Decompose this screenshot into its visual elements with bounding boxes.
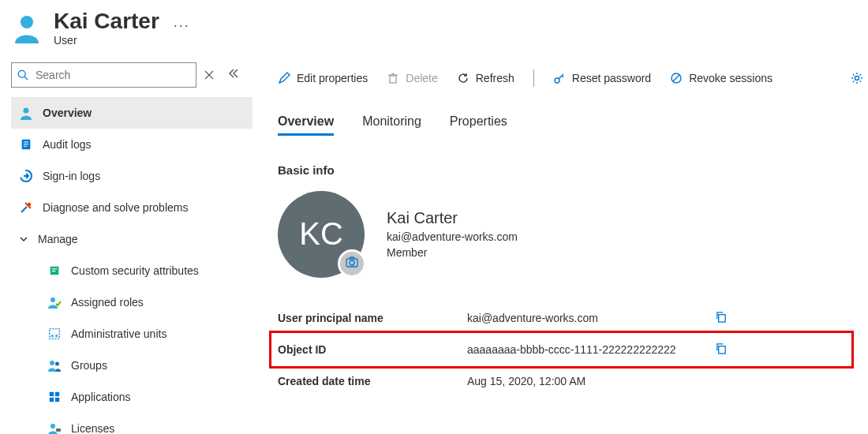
sidebar-item-applications[interactable]: Applications	[11, 381, 253, 413]
tab-properties[interactable]: Properties	[450, 114, 507, 136]
more-actions-button[interactable]: ···	[174, 17, 190, 34]
sidebar-item-label: Assigned roles	[71, 296, 144, 309]
svg-rect-46	[719, 314, 725, 321]
svg-rect-14	[52, 271, 55, 271]
person-badge-icon	[47, 421, 62, 434]
svg-rect-8	[24, 144, 28, 144]
svg-rect-7	[24, 141, 28, 142]
change-photo-button[interactable]	[338, 249, 366, 278]
sidebar-group-manage[interactable]: Manage	[11, 223, 253, 255]
sidebar-item-overview[interactable]: Overview	[11, 97, 253, 129]
svg-point-35	[855, 76, 859, 80]
sidebar-item-label: Diagnose and solve problems	[43, 201, 188, 214]
profile-email: kai@adventure-works.com	[387, 230, 518, 243]
search-icon	[17, 69, 28, 80]
tools-icon	[19, 200, 33, 215]
badge-icon	[47, 264, 62, 278]
svg-point-30	[555, 78, 559, 83]
field-label: Created date time	[278, 375, 467, 387]
tool-label: Reset password	[572, 72, 651, 84]
svg-point-20	[55, 361, 59, 365]
field-value: aaaaaaaa-bbbb-cccc-1111-222222222222	[467, 343, 704, 356]
svg-rect-13	[52, 268, 57, 269]
svg-point-1	[18, 70, 25, 77]
svg-rect-26	[56, 428, 61, 432]
field-label: Object ID	[278, 343, 467, 356]
sidebar: Overview Audit logs Sign-in logs	[0, 62, 253, 434]
tab-overview[interactable]: Overview	[278, 114, 334, 136]
svg-rect-9	[24, 146, 27, 147]
svg-point-15	[51, 297, 55, 302]
signin-icon	[19, 169, 33, 183]
revoke-sessions-button[interactable]: Revoke sessions	[670, 72, 773, 84]
grid-icon	[47, 327, 62, 341]
sidebar-item-label: Groups	[71, 359, 107, 372]
tool-label: Delete	[406, 72, 437, 84]
person-icon	[11, 12, 43, 43]
delete-button: Delete	[387, 72, 437, 84]
sidebar-item-audit-logs[interactable]: Audit logs	[11, 129, 253, 160]
settings-button[interactable]	[851, 72, 863, 84]
sidebar-item-licenses[interactable]: Licenses	[11, 413, 253, 434]
svg-line-42	[853, 80, 854, 81]
svg-point-0	[21, 16, 33, 28]
svg-point-19	[50, 361, 54, 365]
search-input[interactable]	[11, 62, 196, 88]
svg-rect-24	[55, 398, 59, 402]
svg-line-34	[673, 75, 679, 81]
svg-point-25	[51, 424, 55, 428]
page-header: Kai Carter User ···	[0, 0, 868, 48]
sidebar-item-label: Custom security attributes	[71, 264, 199, 277]
svg-point-11	[28, 203, 31, 206]
sidebar-item-diagnose[interactable]: Diagnose and solve problems	[11, 192, 253, 223]
sidebar-item-label: Licenses	[71, 422, 114, 434]
profile-display-name: Kai Carter	[387, 209, 518, 227]
sidebar-item-label: Sign-in logs	[43, 170, 100, 182]
sidebar-item-groups[interactable]: Groups	[11, 350, 253, 381]
tool-label: Edit properties	[297, 72, 368, 84]
svg-rect-21	[50, 392, 54, 396]
field-label: User principal name	[278, 312, 467, 324]
tab-strip: Overview Monitoring Properties	[278, 114, 868, 137]
svg-rect-22	[55, 392, 59, 396]
sidebar-item-label: Overview	[43, 107, 92, 119]
avatar: KC	[278, 191, 365, 278]
svg-rect-16	[50, 329, 59, 339]
edit-properties-button[interactable]: Edit properties	[278, 72, 368, 84]
gear-icon	[851, 72, 863, 84]
tab-monitoring[interactable]: Monitoring	[362, 114, 421, 136]
basic-info-section-title: Basic info	[278, 163, 868, 177]
chevron-down-icon	[19, 234, 28, 244]
sidebar-item-label: Administrative units	[71, 327, 166, 340]
trash-icon	[387, 72, 399, 84]
copy-icon	[715, 344, 727, 357]
sidebar-item-custom-security[interactable]: Custom security attributes	[11, 255, 253, 286]
sidebar-group-label: Manage	[38, 233, 78, 245]
person-icon	[19, 106, 33, 120]
refresh-button[interactable]: Refresh	[457, 72, 514, 84]
collapse-sidebar-button[interactable]	[228, 68, 239, 81]
svg-point-17	[51, 335, 54, 337]
person-check-icon	[47, 295, 62, 309]
refresh-icon	[457, 72, 470, 84]
clear-search-button[interactable]	[204, 70, 214, 80]
profile-user-type: Member	[387, 246, 518, 259]
svg-rect-47	[719, 346, 725, 353]
tool-label: Revoke sessions	[689, 72, 773, 84]
field-created-date: Created date time Aug 15, 2020, 12:00 AM	[278, 366, 868, 396]
field-value: kai@adventure-works.com	[467, 312, 704, 324]
copy-button[interactable]	[715, 342, 727, 357]
sidebar-item-assigned-roles[interactable]: Assigned roles	[11, 286, 253, 318]
sidebar-item-signin-logs[interactable]: Sign-in logs	[11, 160, 253, 192]
reset-password-button[interactable]: Reset password	[553, 72, 651, 84]
sidebar-item-label: Audit logs	[43, 138, 91, 151]
tool-label: Refresh	[476, 72, 514, 84]
copy-button[interactable]	[715, 311, 727, 325]
pencil-icon	[278, 72, 290, 84]
sidebar-item-admin-units[interactable]: Administrative units	[11, 318, 253, 350]
page-subtitle: User	[54, 34, 159, 47]
page-title: Kai Carter	[54, 9, 159, 34]
people-icon	[47, 358, 62, 372]
separator	[533, 69, 534, 87]
svg-line-2	[24, 77, 28, 80]
